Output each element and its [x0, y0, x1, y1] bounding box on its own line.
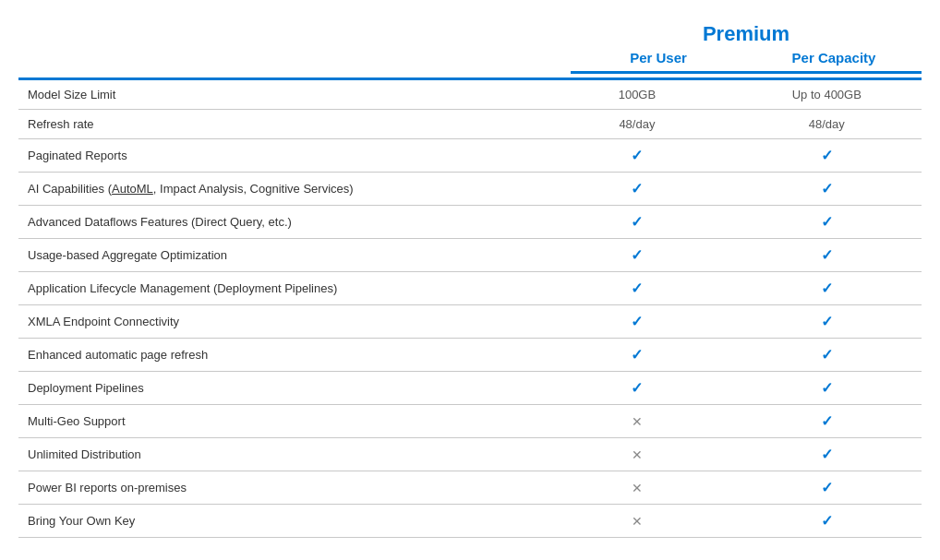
table-row: Paginated Reports✓✓ — [18, 139, 922, 173]
per-user-value: ✓ — [542, 372, 731, 405]
cross-icon: ✕ — [632, 414, 643, 429]
feature-name: XMLA Endpoint Connectivity — [18, 305, 542, 339]
per-capacity-value: ✓ — [732, 206, 922, 239]
feature-name: Model Size Limit — [18, 79, 542, 110]
feature-name: Enhanced automatic page refresh — [18, 339, 542, 372]
table-row: Deployment Pipelines✓✓ — [18, 372, 922, 405]
per-capacity-value: ✓ — [732, 372, 922, 405]
check-icon: ✓ — [821, 314, 833, 329]
per-user-value: ✓ — [542, 272, 731, 305]
check-icon: ✓ — [821, 513, 833, 529]
check-icon: ✓ — [821, 247, 833, 263]
check-icon: ✓ — [631, 214, 643, 230]
per-user-value: ✓ — [542, 206, 731, 239]
per-user-value: ✕ — [542, 505, 731, 538]
check-icon: ✓ — [631, 148, 643, 163]
check-icon: ✓ — [631, 280, 643, 296]
feature-name: Power BI reports on-premises — [18, 471, 542, 505]
feature-name: Deployment Pipelines — [18, 372, 542, 405]
table-row: Advanced Dataflows Features (Direct Quer… — [18, 206, 922, 239]
check-icon: ✓ — [821, 181, 833, 197]
per-capacity-value: ✓ — [732, 305, 922, 339]
feature-name: Usage-based Aggregate Optimization — [18, 239, 542, 272]
per-user-value: ✓ — [542, 305, 731, 339]
per-user-value: ✕ — [542, 471, 731, 505]
check-icon: ✓ — [821, 480, 833, 495]
per-capacity-value: Up to 400GB — [732, 79, 922, 110]
feature-name: Application Lifecycle Management (Deploy… — [18, 272, 542, 305]
table-row: AI Capabilities (AutoML, Impact Analysis… — [18, 173, 922, 206]
check-icon: ✓ — [821, 380, 833, 396]
table-row: Bring Your Own Key✕✓ — [18, 505, 922, 538]
per-user-value: ✕ — [542, 438, 731, 471]
table-row: Application Lifecycle Management (Deploy… — [18, 272, 922, 305]
per-capacity-value: ✓ — [732, 471, 922, 505]
table-row: Multi-Geo Support✕✓ — [18, 405, 922, 438]
check-icon: ✓ — [631, 314, 643, 329]
table-row: Usage-based Aggregate Optimization✓✓ — [18, 239, 922, 272]
table-row: Unlimited Distribution✕✓ — [18, 438, 922, 471]
check-icon: ✓ — [821, 413, 833, 429]
table-row: Enhanced automatic page refresh✓✓ — [18, 339, 922, 372]
table-row: Power BI reports on-premises✕✓ — [18, 471, 922, 505]
check-icon: ✓ — [631, 347, 643, 363]
per-user-value: ✕ — [542, 405, 731, 438]
check-icon: ✓ — [821, 280, 833, 296]
cross-icon: ✕ — [632, 447, 643, 462]
comparison-table-wrapper: Premium Per User Per Capacity Model Size… — [18, 22, 922, 538]
per-user-value: ✓ — [542, 173, 731, 206]
feature-name: Paginated Reports — [18, 139, 542, 173]
check-icon: ✓ — [821, 214, 833, 230]
check-icon: ✓ — [821, 347, 833, 363]
per-capacity-value: ✓ — [732, 438, 922, 471]
per-user-header: Per User — [571, 50, 746, 74]
per-capacity-value: 48/day — [732, 110, 922, 139]
per-capacity-value: ✓ — [732, 339, 922, 372]
per-capacity-value: ✓ — [732, 272, 922, 305]
premium-title: Premium — [703, 22, 789, 46]
column-headers: Per User Per Capacity — [571, 50, 922, 74]
per-user-value: 100GB — [542, 79, 731, 110]
feature-name: AI Capabilities (AutoML, Impact Analysis… — [18, 173, 542, 206]
table-header: Premium Per User Per Capacity — [18, 22, 922, 77]
check-icon: ✓ — [631, 181, 643, 197]
feature-name: Bring Your Own Key — [18, 505, 542, 538]
per-user-value: ✓ — [542, 139, 731, 173]
check-icon: ✓ — [821, 447, 833, 462]
check-icon: ✓ — [631, 247, 643, 263]
cross-icon: ✕ — [632, 514, 643, 529]
per-capacity-header: Per Capacity — [746, 50, 922, 74]
check-icon: ✓ — [631, 380, 643, 396]
check-icon: ✓ — [821, 148, 833, 163]
per-user-value: ✓ — [542, 339, 731, 372]
table-row: Model Size Limit100GBUp to 400GB — [18, 79, 922, 110]
table-row: Refresh rate48/day48/day — [18, 110, 922, 139]
per-user-value: 48/day — [542, 110, 731, 139]
per-capacity-value: ✓ — [732, 239, 922, 272]
per-capacity-value: ✓ — [732, 173, 922, 206]
per-capacity-value: ✓ — [732, 139, 922, 173]
feature-name: Multi-Geo Support — [18, 405, 542, 438]
cross-icon: ✕ — [632, 481, 643, 495]
per-capacity-value: ✓ — [732, 505, 922, 538]
feature-table: Model Size Limit100GBUp to 400GBRefresh … — [18, 77, 922, 538]
feature-name: Advanced Dataflows Features (Direct Quer… — [18, 206, 542, 239]
feature-name: Refresh rate — [18, 110, 542, 139]
per-capacity-value: ✓ — [732, 405, 922, 438]
feature-name: Unlimited Distribution — [18, 438, 542, 471]
premium-group: Premium Per User Per Capacity — [571, 22, 922, 74]
per-user-value: ✓ — [542, 239, 731, 272]
table-row: XMLA Endpoint Connectivity✓✓ — [18, 305, 922, 339]
